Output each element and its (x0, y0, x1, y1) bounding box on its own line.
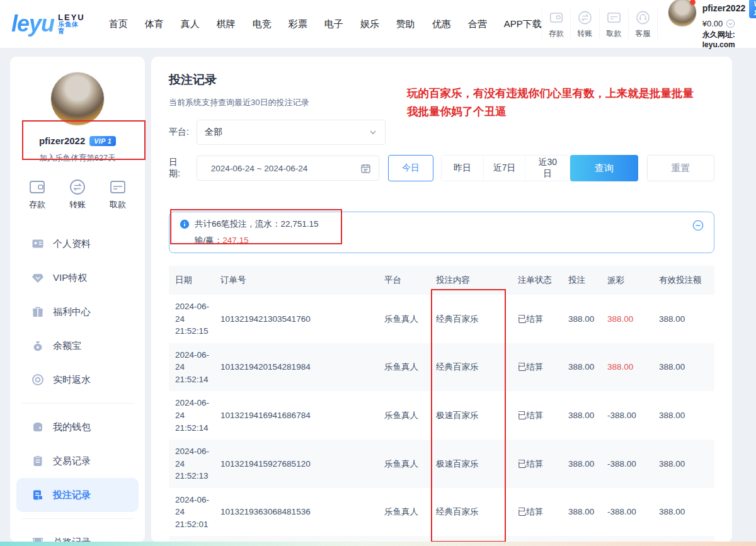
customer-service-icon (635, 9, 651, 26)
winloss-value: 247.15 (222, 236, 248, 245)
col-order: 订单号 (214, 266, 378, 295)
sidebar-item-yuebao[interactable]: 余额宝 (16, 329, 139, 363)
sidebar-transfer-button[interactable]: 转账 (69, 179, 86, 210)
logo-wordmark: leyu (11, 11, 54, 37)
balance-dropdown-icon[interactable] (726, 19, 735, 28)
cell-bet-content: 经典百家乐 (430, 343, 512, 392)
nav-chess[interactable]: 棋牌 (217, 18, 236, 30)
info-icon (180, 219, 190, 229)
user-info: pfizer2022 VIP 1 ¥0.00 永久网址: leyu.com (702, 0, 756, 50)
betting-records-panel: 投注记录 当前系统支持查询最近30日的投注记录 平台: 全部 日期: 2024-… (151, 57, 732, 542)
sidebar-item-rebate[interactable]: 实时返水 (16, 363, 139, 397)
cell-platform: 乐鱼真人 (378, 343, 430, 392)
cell-payout: -388.00 (601, 488, 653, 537)
nav-sports[interactable]: 体育 (145, 18, 164, 30)
user-account-block[interactable]: pfizer2022 VIP 1 ¥0.00 永久网址: leyu.com (668, 0, 756, 50)
search-button[interactable]: 查询 (570, 155, 638, 181)
deposit-button[interactable]: 存款 (542, 9, 571, 39)
sidebar-menu: 个人资料 VIP特权 福利中心 余额宝 实时返水 我的钱包 交易记录 (10, 227, 145, 542)
cell-platform: 乐鱼真人 (378, 488, 430, 537)
sidebar-item-redeem-records[interactable]: 兑奖记录 (16, 525, 139, 542)
sidebar-item-wallet[interactable]: 我的钱包 (16, 410, 139, 444)
nav-live[interactable]: 真人 (181, 18, 200, 30)
cell-status: 已结算 (512, 440, 562, 488)
nav-lottery[interactable]: 彩票 (289, 18, 307, 30)
range-yesterday-button[interactable]: 昨日 (442, 156, 483, 181)
clipboard-icon (32, 455, 44, 467)
transfer-button[interactable]: 转账 (571, 9, 600, 39)
cell-platform: 乐鱼真人 (378, 391, 430, 440)
range-today-button[interactable]: 今日 (388, 155, 433, 181)
id-card-icon (32, 237, 44, 250)
bottom-gradient-bar (0, 542, 756, 546)
vip-diamond-icon (32, 271, 44, 284)
nav-esports[interactable]: 电竞 (253, 18, 272, 30)
header-quick-actions: 存款 转账 取款 客服 (542, 9, 658, 39)
col-bet: 投注 (562, 266, 601, 295)
nav-promo[interactable]: 优惠 (432, 18, 451, 30)
range-30days-button[interactable]: 近30日 (525, 156, 570, 181)
cell-valid-amount: 388.00 (653, 440, 714, 488)
cell-payout: 388.00 (601, 343, 653, 392)
menu-divider (21, 403, 134, 404)
withdraw-button[interactable]: 取款 (600, 9, 629, 39)
gift-icon (32, 305, 44, 318)
collapse-minus-icon[interactable] (692, 220, 704, 231)
cell-payout: -388.00 (601, 391, 653, 440)
cell-order-number: 1013219363068481536 (214, 488, 378, 537)
wallet-icon (32, 421, 44, 433)
nav-entertainment[interactable]: 娱乐 (360, 18, 379, 30)
col-platform: 平台 (378, 266, 430, 295)
date-range-input[interactable]: 2024-06-24 ~ 2024-06-24 (197, 156, 379, 181)
betting-records-table: 日期 订单号 平台 投注内容 注单状态 投注 派彩 有效投注额 2024-06-… (169, 266, 714, 542)
cell-bet-content: 极速百家乐 (430, 391, 512, 440)
cell-bet-content: 经典百家乐 (430, 295, 512, 343)
profile-vip-badge: VIP 1 (89, 136, 116, 146)
date-label: 日期: (169, 157, 189, 179)
table-row: 2024-06-2421:52:131013219415927685120乐鱼真… (169, 440, 714, 488)
logo-subtext: LEYU 乐鱼体育 (58, 13, 85, 35)
sidebar-item-vip[interactable]: VIP特权 (16, 261, 139, 295)
nav-sponsor[interactable]: 赞助 (396, 18, 415, 30)
support-button[interactable]: 客服 (629, 9, 658, 39)
page-subtitle: 当前系统支持查询最近30日的投注记录 (169, 97, 714, 108)
cell-bet-amount: 388.00 (562, 440, 601, 488)
cell-order-number: 1013219416941686784 (214, 391, 378, 440)
cell-payout: 388.00 (601, 295, 653, 343)
col-date: 日期 (169, 266, 214, 295)
platform-select[interactable]: 全部 (197, 120, 386, 145)
cell-date: 2024-06-2421:52:13 (169, 440, 214, 488)
nav-partner[interactable]: 合营 (468, 18, 487, 30)
cell-valid-amount: 388.00 (653, 295, 714, 343)
betting-records-icon (32, 489, 44, 501)
cell-bet-amount: 388.00 (562, 488, 601, 537)
cell-valid-amount: 388.00 (653, 391, 714, 440)
sidebar-item-betting-records[interactable]: 投注记录 (16, 478, 139, 512)
leyu-logo[interactable]: leyu LEYU 乐鱼体育 (11, 11, 85, 37)
cell-bet-amount: 388.00 (562, 295, 601, 343)
nav-app-download[interactable]: APP下载 (504, 18, 542, 30)
sidebar-item-profile[interactable]: 个人资料 (16, 227, 139, 261)
page-title: 投注记录 (169, 72, 714, 88)
sidebar: pfizer2022 VIP 1 加入乐鱼体育第627天 存款 转账 取款 个人… (10, 57, 145, 542)
cell-order-number: 1013219420154281984 (214, 343, 378, 392)
nav-home[interactable]: 首页 (109, 18, 128, 30)
winloss-label: 输/赢： (195, 236, 222, 245)
sidebar-item-welfare[interactable]: 福利中心 (16, 295, 139, 329)
table-row: 2024-06-2421:52:141013219416941686784乐鱼真… (169, 391, 714, 440)
range-7days-button[interactable]: 近7日 (483, 156, 525, 181)
sidebar-item-transactions[interactable]: 交易记录 (16, 444, 139, 478)
cell-date: 2024-06-2421:52:01 (169, 488, 214, 537)
avatar[interactable] (668, 0, 697, 27)
cell-status: 已结算 (512, 488, 562, 537)
profile-username: pfizer2022 (39, 135, 85, 146)
sidebar-deposit-button[interactable]: 存款 (28, 179, 47, 210)
col-payout: 派彩 (601, 266, 653, 295)
sidebar-withdraw-button[interactable]: 取款 (108, 179, 127, 210)
col-content: 投注内容 (430, 266, 512, 295)
sidebar-quick-actions: 存款 转账 取款 (10, 179, 145, 210)
chevron-down-icon (369, 128, 377, 137)
reset-button[interactable]: 重置 (647, 155, 714, 181)
profile-avatar[interactable] (50, 72, 105, 126)
nav-slots[interactable]: 电子 (324, 18, 343, 30)
